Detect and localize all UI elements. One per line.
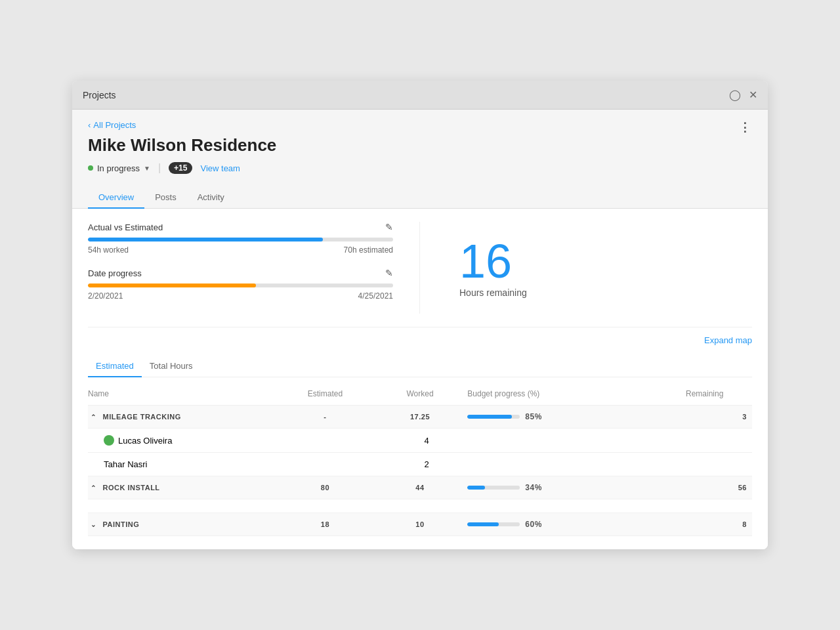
stats-left: Actual vs Estimated ✎ 54h worked 70h est… [88,222,420,314]
project-meta: In progress ▼ | +15 View team [88,162,739,174]
bell-icon[interactable]: ◯ [729,89,741,101]
member-name-lucas: Lucas Oliveira [101,435,287,446]
start-date: 2/20/2021 [88,291,123,301]
status-badge: In progress ▼ [88,163,150,173]
budget-pct-mileage: 85% [525,412,545,421]
group-estimated-painting: 18 [278,520,373,528]
group-row-mileage[interactable]: ⌃ MILEAGE TRACKING - 17.25 85% 3 [88,406,752,429]
status-dropdown-icon[interactable]: ▼ [144,165,150,172]
mini-bar-fill-mileage [467,415,512,419]
overview-content: Actual vs Estimated ✎ 54h worked 70h est… [72,209,768,549]
app-window: Projects ◯ ✕ ‹ All Projects Mike Wilson … [72,81,768,549]
main-content: ‹ All Projects Mike Wilson Residence In … [72,110,768,549]
stat-header-date: Date progress ✎ [88,268,393,278]
mini-bar-bg-mileage [467,415,520,419]
project-title: Mike Wilson Residence [88,135,739,156]
end-date: 4/25/2021 [358,291,393,301]
member-row-lucas: Lucas Oliveira 4 [88,429,752,453]
team-count-badge: +15 [169,162,192,174]
group-worked-mileage: 17.25 [373,413,468,421]
date-progress-bar [88,284,393,287]
group-name-painting: ⌄ PAINTING [88,520,278,528]
actual-vs-estimated-block: Actual vs Estimated ✎ 54h worked 70h est… [88,222,393,255]
hours-remaining-number: 16 [459,238,752,285]
group-estimated-mileage: - [278,413,373,421]
subtab-estimated[interactable]: Estimated [88,356,142,377]
stats-right: 16 Hours remaining [420,222,752,314]
stat-header-actual: Actual vs Estimated ✎ [88,222,393,232]
table-container: Name Estimated Worked Budget progress (%… [88,383,752,536]
group-row-painting[interactable]: ⌄ PAINTING 18 10 60% 8 [88,513,752,536]
back-chevron-icon: ‹ [88,120,91,130]
date-progress-label: Date progress [88,268,142,278]
group-row-rock[interactable]: ⌃ ROCK INSTALL 80 44 34% 56 [88,476,752,499]
date-progress-fill [88,284,256,287]
close-icon[interactable]: ✕ [749,89,757,101]
group-estimated-rock: 80 [278,484,373,492]
tab-activity[interactable]: Activity [187,187,235,209]
main-tabs: Overview Posts Activity [72,179,768,209]
edit-date-icon[interactable]: ✎ [385,268,393,278]
expand-map-button[interactable]: Expand map [704,335,752,345]
chevron-up-icon-rock: ⌃ [91,484,96,492]
back-link-label: All Projects [93,120,136,130]
group-budget-rock: 34% [467,483,657,492]
more-menu-button[interactable]: ⋮ [739,120,752,135]
col-header-worked: Worked [373,389,468,398]
budget-pct-rock: 34% [525,483,545,492]
group-budget-mileage: 85% [467,412,657,421]
group-name-rock: ⌃ ROCK INSTALL [88,484,278,492]
status-dot [88,165,93,171]
group-name-mileage: ⌃ MILEAGE TRACKING [88,413,278,421]
col-header-budget: Budget progress (%) [467,389,657,398]
overview-grid: Actual vs Estimated ✎ 54h worked 70h est… [88,222,752,314]
group-remaining-painting: 8 [657,520,752,528]
rock-spacer-row [88,499,752,513]
group-worked-rock: 44 [373,484,468,492]
col-header-estimated: Estimated [278,389,373,398]
member-name-tahar: Tahar Nasri [101,459,287,469]
window-title: Projects [83,90,729,100]
status-label: In progress [97,163,140,173]
mini-bar-bg-rock [467,486,520,490]
chevron-down-icon-painting: ⌄ [91,521,96,528]
tahar-worked: 2 [380,459,473,469]
back-link[interactable]: ‹ All Projects [88,120,739,130]
header-section: ‹ All Projects Mike Wilson Residence In … [72,110,768,174]
group-remaining-rock: 56 [657,484,752,492]
hours-remaining-label: Hours remaining [459,287,752,298]
actual-progress-bar [88,238,393,242]
edit-actual-icon[interactable]: ✎ [385,222,393,232]
mini-bar-fill-painting [467,522,499,526]
titlebar-icons: ◯ ✕ [729,89,757,101]
group-budget-painting: 60% [467,520,657,529]
date-values: 2/20/2021 4/25/2021 [88,291,393,301]
actual-progress-fill [88,238,323,242]
tab-posts[interactable]: Posts [144,187,187,209]
avatar-lucas [104,435,114,446]
mini-bar-fill-rock [467,486,485,490]
view-team-link[interactable]: View team [200,163,240,173]
expand-map-row: Expand map [88,327,752,345]
subtabs-row: Estimated Total Hours [88,356,752,377]
col-header-name: Name [88,389,278,398]
group-worked-painting: 10 [373,520,468,528]
subtab-total-hours[interactable]: Total Hours [142,356,201,377]
col-header-remaining: Remaining [657,389,752,398]
worked-value: 54h worked [88,245,129,255]
member-row-tahar: Tahar Nasri 2 [88,453,752,476]
actual-label: Actual vs Estimated [88,222,163,232]
estimated-value: 70h estimated [344,245,393,255]
budget-pct-painting: 60% [525,520,545,529]
tab-overview[interactable]: Overview [88,187,144,209]
divider: | [158,162,161,174]
date-progress-block: Date progress ✎ 2/20/2021 4/25/2021 [88,268,393,301]
titlebar: Projects ◯ ✕ [72,81,768,110]
group-remaining-mileage: 3 [657,413,752,421]
mini-bar-bg-painting [467,522,520,526]
table-header: Name Estimated Worked Budget progress (%… [88,383,752,406]
chevron-up-icon: ⌃ [91,413,96,421]
actual-values: 54h worked 70h estimated [88,245,393,255]
lucas-worked: 4 [380,436,473,446]
